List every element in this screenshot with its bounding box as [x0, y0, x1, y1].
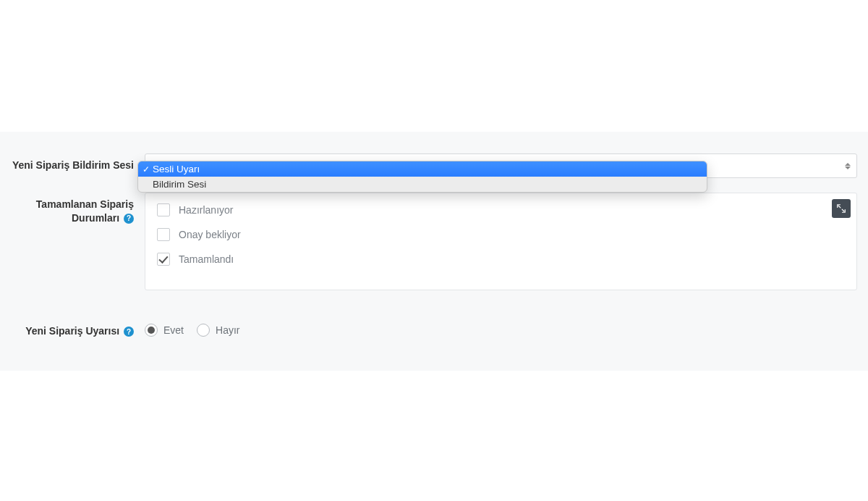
control-completed-statuses: Hazırlanıyor Onay bekliyor Tamamlandı	[145, 193, 857, 290]
dropdown-option-bildirim-sesi[interactable]: Bildirim Sesi	[138, 177, 707, 192]
row-order-alert: Yeni Sipariş Uyarısı ? Evet Hayır	[0, 319, 868, 338]
dropdown-option-sesli-uyari[interactable]: ✓ Sesli Uyarı	[138, 161, 707, 177]
status-row-hazirlaniyor: Hazırlanıyor	[157, 203, 845, 216]
check-icon: ✓	[142, 164, 150, 174]
status-row-tamamlandi: Tamamlandı	[157, 253, 845, 266]
label-completed-statuses: Tamamlanan Sipariş Durumları ?	[11, 193, 145, 225]
checkbox-tamamlandi[interactable]	[157, 253, 170, 266]
expand-icon	[837, 204, 846, 213]
row-completed-statuses: Tamamlanan Sipariş Durumları ? Hazırlanı…	[0, 193, 868, 290]
dropdown-option-label: Bildirim Sesi	[153, 179, 206, 190]
radio-yes[interactable]	[145, 324, 158, 337]
statuses-well: Hazırlanıyor Onay bekliyor Tamamlandı	[145, 193, 857, 290]
settings-panel: Yeni Sipariş Bildirim Sesi ✓ Sesli Uyarı…	[0, 132, 868, 371]
alert-radio-group: Evet Hayır	[145, 319, 857, 337]
help-icon[interactable]: ?	[124, 327, 134, 337]
notification-sound-dropdown[interactable]: ✓ Sesli Uyarı Bildirim Sesi	[137, 161, 707, 193]
radio-option-no[interactable]: Hayır	[197, 324, 239, 337]
radio-label-no: Hayır	[216, 324, 239, 336]
label-order-alert: Yeni Sipariş Uyarısı ?	[11, 319, 145, 338]
status-label: Onay bekliyor	[179, 229, 241, 240]
radio-no[interactable]	[197, 324, 210, 337]
expand-button[interactable]	[832, 199, 851, 218]
label-notification-sound: Yeni Sipariş Bildirim Sesi	[11, 153, 145, 172]
status-label: Tamamlandı	[179, 253, 234, 265]
control-order-alert: Evet Hayır	[145, 319, 857, 337]
radio-label-yes: Evet	[163, 324, 184, 336]
status-label: Hazırlanıyor	[179, 204, 233, 216]
checkbox-onay-bekliyor[interactable]	[157, 228, 170, 241]
row-notification-sound: Yeni Sipariş Bildirim Sesi ✓ Sesli Uyarı…	[0, 132, 868, 178]
dropdown-option-label: Sesli Uyarı	[153, 164, 200, 174]
checkbox-hazirlaniyor[interactable]	[157, 203, 170, 216]
help-icon[interactable]: ?	[124, 214, 134, 224]
radio-option-yes[interactable]: Evet	[145, 324, 184, 337]
status-row-onay-bekliyor: Onay bekliyor	[157, 228, 845, 241]
